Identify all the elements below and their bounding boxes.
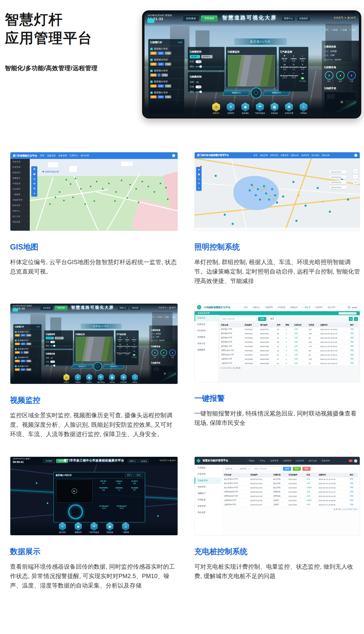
rail-button[interactable]: ⚙: [196, 181, 202, 186]
monitor-button[interactable]: [21, 351, 23, 354]
nav-tab[interactable]: 系统管理: [321, 460, 330, 462]
table-row[interactable]: 惠灵顿17号杆75075301BA92700123≋在线3212023-03-2…: [220, 327, 358, 332]
video-button-left[interactable]: 视频监控1: [71, 364, 93, 368]
nav-tab[interactable]: 运维管理: [314, 306, 323, 309]
nav-tab[interactable]: 设备管理: [295, 460, 304, 462]
user-menu[interactable]: admin: [348, 306, 357, 309]
nav-item[interactable]: 设备管理: [260, 154, 268, 157]
tab-free-roam[interactable]: 自由漫游: [183, 16, 199, 21]
refresh-button[interactable]: ⟳: [349, 317, 353, 321]
area-select[interactable]: 全部区域: [223, 467, 236, 471]
nav-tab[interactable]: 视频监控: [289, 306, 298, 309]
sidebar-item[interactable]: 告警中心: [10, 208, 30, 214]
alert-center-button[interactable]: 预警中心: [118, 306, 128, 310]
nav-tab[interactable]: 可视化: [247, 460, 255, 462]
map-tool-button[interactable]: ◎: [31, 177, 37, 181]
weather-button[interactable]: 气象: [165, 84, 171, 88]
reset-button[interactable]: 重置: [268, 317, 277, 321]
nav-tab[interactable]: 运营管理: [282, 460, 291, 462]
monitor-button[interactable]: 监控: [158, 52, 164, 55]
column-header[interactable]: 设备编号: [244, 323, 260, 327]
nav-item[interactable]: 能耗分析: [291, 154, 299, 157]
sidebar-item[interactable]: 环境监测: [10, 181, 30, 186]
pole-search-input[interactable]: 请输入杆体名称: [252, 467, 281, 471]
pole-list-item[interactable]: 惠灵顿18号杆 照明监控气象: [13, 338, 41, 347]
legend-item[interactable]: 车辆: [164, 316, 168, 319]
ambient-dim-slider[interactable]: [196, 91, 223, 92]
pole-list-item[interactable]: 惠灵顿20号杆 照明监控气象: [13, 355, 41, 364]
table-row[interactable]: 金山街道014号杆02GDT012703金山街道CDZ-0014充电中2022-…: [223, 486, 358, 490]
dock-item-manhole[interactable]: ▣井盖监测: [104, 522, 116, 533]
column-header[interactable]: 设备编号: [249, 473, 272, 477]
column-header[interactable]: 网络: [284, 323, 293, 327]
ptz-joystick[interactable]: [251, 88, 262, 98]
nav-item[interactable]: 统计报表: [311, 154, 319, 157]
poi-chip[interactable]: [329, 181, 346, 184]
column-header[interactable]: 操作: [349, 473, 358, 477]
pole-chip[interactable]: 惠灵顿21...: [201, 55, 213, 58]
nav-tab[interactable]: 一键告警: [302, 306, 310, 309]
light-button[interactable]: 照明: [150, 84, 157, 88]
light-switch-toggle[interactable]: [50, 341, 55, 343]
tab-smart-road[interactable]: 智慧道路: [201, 16, 217, 21]
poi-chip[interactable]: [329, 186, 346, 189]
legend-item[interactable]: 天气: [322, 29, 328, 32]
sidebar-item[interactable]: 充电桩管理: [195, 477, 221, 484]
table-row[interactable]: 惠灵顿19号杆75075303BA92700319≋在线862023-02-09…: [220, 336, 358, 340]
locate-button[interactable]: ◎: [353, 180, 358, 184]
map-tool-button[interactable]: ▦: [31, 172, 37, 177]
weather-button[interactable]: 气象: [24, 351, 29, 354]
legend-item[interactable]: 时间: [331, 29, 338, 32]
legend-item[interactable]: 时间: [157, 316, 162, 319]
map-tool-button[interactable]: ▾: [31, 191, 37, 196]
dimming-dial[interactable]: [68, 505, 83, 519]
monitor-button[interactable]: 监控: [21, 360, 26, 362]
nav-item[interactable]: 统计分析: [81, 154, 89, 157]
nav-tab[interactable]: 智能照明: [264, 306, 273, 309]
nav-item[interactable]: 告警中心: [70, 154, 78, 157]
table-row[interactable]: 湖里大道01号杆75075306BA92700622≋在线982019-12-2…: [220, 349, 358, 353]
monitor-button[interactable]: 监控: [21, 343, 26, 345]
sidebar-item[interactable]: 告警记录: [195, 321, 218, 328]
dock-item-lighting[interactable]: ☀智慧照明: [225, 102, 237, 114]
pole-chip-active[interactable]: 惠灵顿1...: [46, 337, 54, 339]
dock-item-road-sensing[interactable]: ◉路面感知: [84, 374, 94, 383]
status-select[interactable]: 全部状态: [238, 467, 251, 471]
sidebar-item[interactable]: 统计分析: [10, 214, 30, 219]
pole-chip-active[interactable]: 惠灵顿1...: [190, 55, 200, 58]
light-button[interactable]: 照明: [15, 334, 20, 336]
light-button[interactable]: 照明: [150, 63, 157, 66]
nav-tab[interactable]: 工作台: [258, 460, 266, 462]
nav-tab[interactable]: 环境监测: [277, 306, 285, 309]
sidebar-item[interactable]: 历史数据: [195, 334, 218, 340]
nav-tab[interactable]: 统计分析: [327, 306, 335, 309]
ambient-dim-slider[interactable]: [50, 365, 72, 366]
nav-item[interactable]: 设备管理: [58, 154, 67, 157]
ambient-switch-toggle[interactable]: [50, 360, 55, 363]
gis-map-canvas[interactable]: ✚▦◎✉⚙▾ 五缘湾湿地公园: [30, 159, 178, 231]
search-button[interactable]: 查询: [258, 317, 266, 321]
export-button[interactable]: 导出: [293, 467, 301, 471]
video-player[interactable]: ▶: [56, 480, 93, 503]
sidebar-item[interactable]: 网关管理: [10, 203, 30, 208]
dimming-slider[interactable]: [50, 345, 72, 346]
table-row[interactable]: 惠灵顿21号杆75075305BA92700531≋在线1762019-12-2…: [220, 344, 358, 349]
dock-item-road-sensing[interactable]: ◉路面感知: [239, 102, 251, 114]
light-button[interactable]: 照明: [150, 52, 157, 55]
view-mode-chip[interactable]: [148, 19, 154, 23]
weather-button[interactable]: 气象: [26, 334, 31, 336]
dock-item-weather[interactable]: ☂气象环境监测: [96, 374, 105, 383]
rail-button[interactable]: ▦: [196, 172, 202, 177]
weather-button[interactable]: 气象: [165, 52, 171, 55]
view-mode-chip[interactable]: [13, 308, 18, 312]
play-icon[interactable]: ▶: [72, 488, 77, 494]
table-row[interactable]: 金山街道012号杆02GDT012701金山街道CDZ-0012在线2022-0…: [223, 477, 358, 481]
add-button[interactable]: 新增: [283, 467, 291, 471]
single-control-button[interactable]: 单控 ▾: [125, 474, 133, 477]
sidebar-item[interactable]: 设备总览: [10, 159, 30, 164]
poi-chip[interactable]: [329, 171, 346, 174]
column-header[interactable]: 操作: [349, 323, 358, 327]
light-button[interactable]: 照明: [15, 360, 20, 362]
avatar[interactable]: [172, 154, 175, 157]
theme-scene-button[interactable]: 专题场景: [130, 306, 140, 310]
